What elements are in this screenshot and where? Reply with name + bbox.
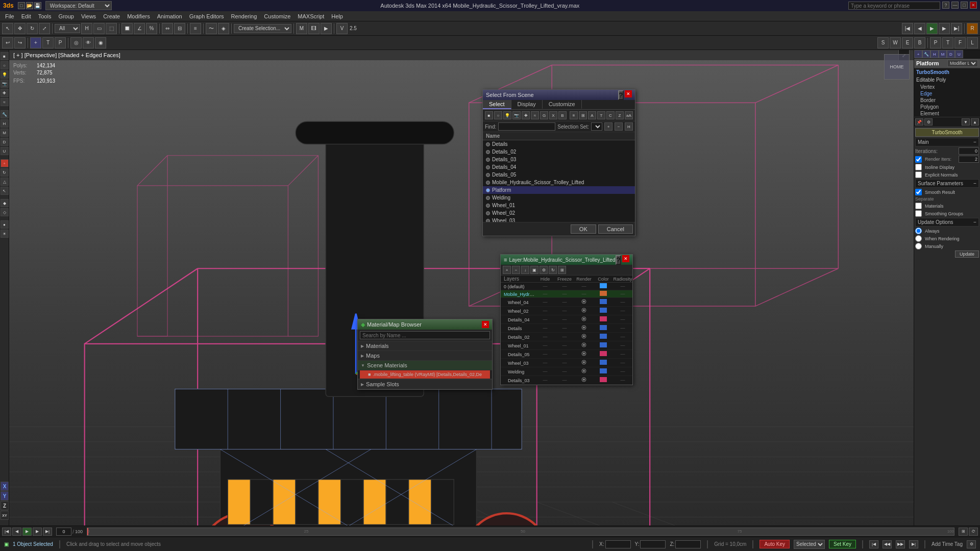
curve-editor-btn[interactable]: 〜	[206, 23, 217, 34]
quick-access-bar[interactable]: □ 📂 💾	[18, 2, 41, 9]
snap-toggle-btn[interactable]: 🔲	[121, 23, 133, 34]
select-filter-dropdown[interactable]: All	[55, 24, 80, 33]
snap-3d-btn[interactable]: ◆	[1, 199, 9, 207]
configure-btn[interactable]: ⚙	[924, 118, 933, 126]
scene-item-list[interactable]: Details Details_02 Details_03 Details_04…	[483, 140, 635, 222]
y-input[interactable]	[640, 540, 666, 548]
key-mode-btn[interactable]: ⊞	[959, 528, 968, 536]
layer-item-wheel02[interactable]: Wheel_02 — — —	[501, 307, 632, 315]
select-tab[interactable]: Select	[483, 100, 511, 109]
vp-left-btn[interactable]: L	[967, 37, 978, 48]
menu-group[interactable]: Group	[55, 13, 77, 20]
s-all-geo-btn[interactable]: ■	[485, 111, 493, 119]
mat-browser-close-btn[interactable]: ✕	[482, 321, 489, 328]
utilities-btn[interactable]: U	[1, 147, 9, 155]
layer-render-det[interactable]	[574, 324, 594, 332]
undo-btn[interactable]: ↩	[2, 37, 13, 48]
select-tool-btn[interactable]: ↖	[1, 187, 9, 195]
create-camera-btn[interactable]: 📷	[1, 80, 9, 88]
mirror-btn[interactable]: ⇔	[162, 23, 173, 34]
next-key-btn[interactable]: ▶	[33, 528, 42, 536]
create-shape-btn[interactable]: ○	[1, 61, 9, 69]
hierarchy-tab[interactable]: H	[930, 50, 939, 58]
scale-btn[interactable]: ⤢	[39, 23, 50, 34]
workspace-dropdown[interactable]: Workspace: Default	[45, 1, 112, 10]
s-hier-btn[interactable]: ⊞	[579, 111, 587, 119]
find-input[interactable]	[498, 122, 555, 131]
s-groups-btn[interactable]: G	[540, 111, 548, 119]
mat-browser-titlebar[interactable]: ◆ Material/Map Browser ✕	[358, 319, 492, 330]
mat-search-input[interactable]	[360, 331, 490, 339]
scene-mat-header[interactable]: ▼ Scene Materials	[358, 361, 492, 370]
vp-top-btn[interactable]: T	[942, 37, 953, 48]
layer-color-wheel04[interactable]	[594, 299, 613, 305]
goto-end-btn[interactable]: ▶|	[43, 528, 52, 536]
menu-create[interactable]: Create	[100, 13, 123, 20]
menu-edit[interactable]: Edit	[18, 13, 34, 20]
x-axis-btn[interactable]: X	[1, 482, 9, 491]
active-shade-btn[interactable]: ▲	[971, 118, 979, 126]
list-item[interactable]: Wheel_01	[483, 202, 635, 209]
layer-render-wheel04[interactable]	[574, 298, 594, 306]
layer-render-det02[interactable]	[574, 333, 594, 340]
x-input[interactable]	[605, 540, 631, 548]
key-filter-dropdown[interactable]: Selected	[794, 540, 825, 549]
next-frame-btn[interactable]: ▶	[939, 23, 950, 34]
viewport[interactable]: X Y Z [ + ] [Perspective] [Shaded + Edge…	[9, 50, 914, 525]
goto-start-btn[interactable]: |◀	[2, 528, 11, 536]
cancel-button[interactable]: Cancel	[598, 224, 633, 234]
layer-item-mobile[interactable]: Mobile_Hydr...oley... — — — —	[501, 290, 632, 298]
current-frame-input[interactable]	[56, 528, 71, 536]
layer-item-details03[interactable]: Details_03 — — —	[501, 376, 632, 385]
layer-item-details05[interactable]: Details_05 — — —	[501, 350, 632, 359]
status-fwd-btn[interactable]: ▶▶	[896, 540, 905, 548]
add-time-tag-btn[interactable]: Add Time Tag	[932, 541, 963, 547]
list-item[interactable]: Wheel_03	[483, 217, 635, 222]
layer-item-wheel01[interactable]: Wheel_01 — — —	[501, 341, 632, 350]
save-btn[interactable]: 💾	[34, 2, 41, 9]
menu-help[interactable]: Help	[328, 13, 346, 20]
menu-maxscript[interactable]: MAXScript	[295, 13, 327, 20]
move-btn[interactable]: ✥	[14, 23, 26, 34]
vp-persp-btn[interactable]: P	[930, 37, 941, 48]
select-btn[interactable]: ↖	[2, 23, 13, 34]
s-shapes-btn[interactable]: ○	[494, 111, 502, 119]
always-radio[interactable]	[915, 228, 922, 234]
layer-color-w01[interactable]	[594, 342, 613, 348]
update-button[interactable]: Update	[955, 251, 979, 258]
layer-color-d04[interactable]	[594, 316, 613, 322]
set-key-btn[interactable]: Set Key	[829, 540, 856, 548]
list-item-platform[interactable]: Platform	[483, 186, 635, 194]
auto-key-btn[interactable]: Auto Key	[760, 540, 790, 548]
align-btn[interactable]: ⊟	[174, 23, 185, 34]
vp-front-btn[interactable]: F	[954, 37, 966, 48]
s-lights-btn[interactable]: 💡	[503, 111, 511, 119]
turbosmooth-item[interactable]: TurboSmooth	[914, 68, 980, 76]
go-start-btn[interactable]: |◀	[902, 23, 913, 34]
add-set-btn[interactable]: +	[604, 122, 612, 131]
smoothing-groups-checkbox[interactable]	[915, 210, 922, 217]
create-tab[interactable]: +	[914, 50, 922, 58]
redo-btn[interactable]: ↪	[14, 37, 26, 48]
isolate-sel-btn[interactable]: ◎	[70, 37, 82, 48]
scale-tool-btn[interactable]: △	[1, 178, 9, 186]
layer-color-d05[interactable]	[594, 351, 613, 357]
vertex-item[interactable]: Vertex	[914, 84, 980, 90]
layer-color-weld[interactable]	[594, 368, 613, 374]
sample-slots-header[interactable]: ▶ Sample Slots	[358, 380, 492, 389]
add-sel-btn[interactable]: ↓	[521, 266, 529, 274]
open-btn[interactable]: 📂	[26, 2, 33, 9]
display-tab[interactable]: D	[947, 50, 955, 58]
layer-item-welding[interactable]: Welding — — —	[501, 367, 632, 376]
mat-file-item[interactable]: ■ .mobile_lifting_table (VRayMtl) [Detai…	[360, 370, 490, 379]
motion-btn[interactable]: M	[1, 129, 9, 137]
layer-color-0[interactable]	[594, 283, 613, 289]
customize-tab-dialog[interactable]: Customize	[543, 100, 582, 109]
list-item[interactable]: Details_05	[483, 171, 635, 179]
prev-key-btn[interactable]: ◀	[12, 528, 21, 536]
layer-render-wheel02[interactable]	[574, 307, 594, 314]
s-cameras-btn[interactable]: 📷	[512, 111, 521, 119]
layer-color-det[interactable]	[594, 325, 613, 331]
layer-color-wheel02[interactable]	[594, 308, 613, 314]
snap-2d-btn[interactable]: ◇	[1, 208, 9, 216]
